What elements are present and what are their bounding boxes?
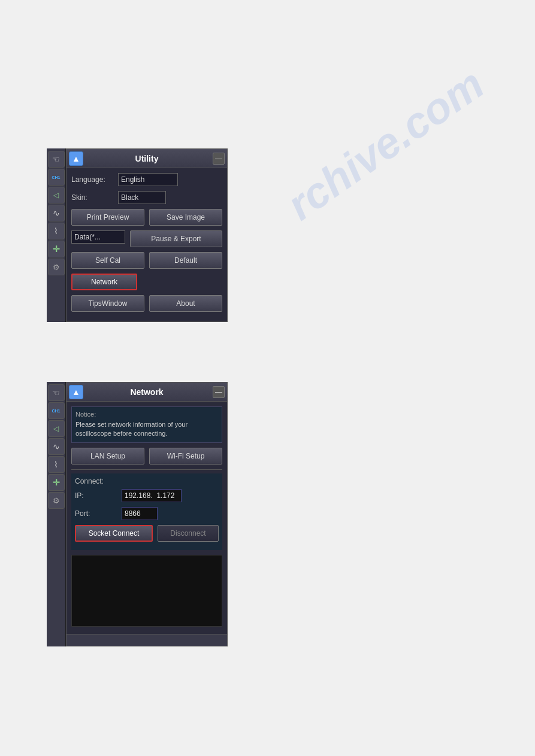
ip-input[interactable] [122,489,182,502]
utility-panel-title: Utility [135,154,159,163]
self-cal-button[interactable]: Self Cal [71,252,144,269]
ip-row: IP: [75,489,219,502]
notice-title: Notice: [75,411,218,418]
print-save-row: Print Preview Save Image [71,209,222,226]
net-sidebar-btn-wave2[interactable]: ⌇ [48,456,65,473]
net-sidebar-btn-wave1[interactable]: ∿ [48,438,65,455]
port-row: Port: [75,507,219,520]
about-button[interactable]: About [149,295,222,312]
utility-panel-header: ▲ Utility — [67,149,227,168]
lan-setup-button[interactable]: LAN Setup [71,448,144,464]
network-main-panel: ▲ Network — Notice: Please set network i… [66,382,228,646]
network-up-button[interactable]: ▲ [69,385,83,399]
network-close-button[interactable]: — [213,386,225,398]
notice-box: Notice: Please set network information o… [71,406,222,443]
default-button[interactable]: Default [149,252,222,269]
utility-up-button[interactable]: ▲ [69,151,83,166]
data-export-row: Data(*... Pause & Export [71,230,222,247]
sidebar-btn-wave1[interactable]: ∿ [48,205,65,221]
language-row: Language: English [71,173,222,186]
print-preview-button[interactable]: Print Preview [71,209,144,226]
data-format-select[interactable]: Data(*... [71,230,125,244]
sidebar-btn-gear[interactable]: ⚙ [48,259,65,275]
skin-row: Skin: Black [71,191,222,204]
socket-connect-button[interactable]: Socket Connect [75,525,153,542]
skin-select[interactable]: Black [118,191,166,204]
utility-main-panel: ▲ Utility — Language: English Skin: Blac… [66,148,228,322]
selfcal-default-row: Self Cal Default [71,252,222,269]
net-sidebar-btn-hand[interactable]: ☜ [48,384,65,401]
port-label: Port: [75,509,117,518]
net-sidebar-btn-ch1[interactable]: CH1 [48,402,65,419]
network-sidebar: ☜ CH1 ◁ ∿ ⌇ ✛ ⚙ [47,382,66,646]
network-panel-title: Network [130,387,163,397]
output-area [71,555,222,627]
net-sidebar-btn-crosshair[interactable]: ✛ [48,474,65,491]
net-sidebar-btn-triangle[interactable]: ◁ [48,420,65,437]
skin-label: Skin: [71,193,113,202]
utility-sidebar: ☜ CH1 ◁ ∿ ⌇ ✛ ⚙ [47,148,66,322]
socket-disconnect-row: Socket Connect Disconnect [75,525,219,542]
utility-panel-wrapper: ☜ CH1 ◁ ∿ ⌇ ✛ ⚙ ▲ Utility — Language: En… [47,148,228,322]
sidebar-btn-triangle[interactable]: ◁ [48,187,65,204]
network-row: Network [71,274,222,290]
sidebar-btn-ch1[interactable]: CH1 [48,169,65,186]
connect-divider [71,469,222,470]
sidebar-btn-wave2[interactable]: ⌇ [48,223,65,239]
language-label: Language: [71,175,113,184]
disconnect-button[interactable]: Disconnect [158,525,219,542]
port-input[interactable] [122,507,158,520]
utility-panel-content: Language: English Skin: Black Print Prev… [67,168,227,321]
notice-text: Please set network information of your o… [75,420,218,439]
wifi-setup-button[interactable]: Wi-Fi Setup [149,448,222,464]
watermark: rchive.com [278,59,492,229]
network-button[interactable]: Network [71,274,137,290]
sidebar-btn-crosshair[interactable]: ✛ [48,241,65,257]
pause-export-button[interactable]: Pause & Export [130,230,222,247]
network-panel-wrapper: ☜ CH1 ◁ ∿ ⌇ ✛ ⚙ ▲ Network — Notice: Plea… [47,382,228,646]
network-panel-content: Notice: Please set network information o… [67,402,227,631]
lan-wifi-row: LAN Setup Wi-Fi Setup [71,448,222,464]
utility-close-button[interactable]: — [213,153,225,165]
connect-label: Connect: [75,477,219,485]
network-panel-header: ▲ Network — [67,382,227,402]
connect-section: Connect: IP: Port: Socket Connect Discon… [71,473,222,550]
ip-label: IP: [75,491,117,500]
tips-window-button[interactable]: TipsWindow [71,295,144,312]
network-status-bar [67,634,227,646]
net-sidebar-btn-gear[interactable]: ⚙ [48,492,65,509]
sidebar-btn-hand[interactable]: ☜ [48,151,65,168]
tips-about-row: TipsWindow About [71,295,222,312]
language-select[interactable]: English [118,173,178,186]
save-image-button[interactable]: Save Image [149,209,222,226]
